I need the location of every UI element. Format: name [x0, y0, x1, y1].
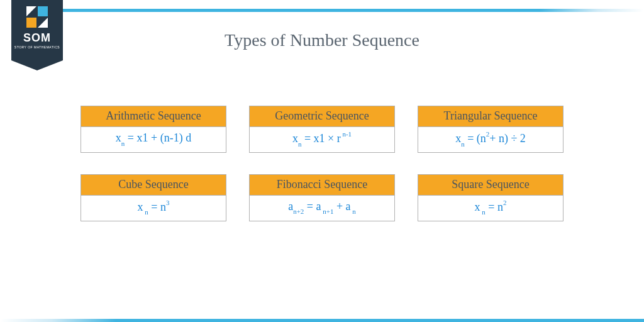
card-formula: an+2 = a n+1 + a n [250, 196, 394, 220]
page-title: Types of Number Sequence [0, 30, 644, 50]
card-formula: x n = n3 [81, 196, 226, 221]
card-title: Geometric Sequence [250, 106, 394, 127]
card-title: Square Sequence [418, 175, 563, 196]
logo-mark-icon [26, 6, 48, 28]
top-accent-bar [63, 9, 644, 12]
card-cube: Cube Sequence x n = n3 [80, 174, 226, 221]
card-title: Fibonacci Sequence [250, 175, 394, 196]
card-geometric: Geometric Sequence xn = x1 × r n-1 [249, 106, 395, 153]
card-title: Arithmetic Sequence [81, 106, 226, 127]
card-formula: xn = x1 × r n-1 [250, 127, 394, 152]
card-formula: xn = x1 + (n-1) d [81, 127, 226, 152]
bottom-accent-bar [0, 319, 644, 322]
card-formula: x n = n2 [418, 196, 563, 221]
card-formula: xn = (n2+ n) ÷ 2 [418, 127, 563, 152]
card-title: Triangular Sequence [418, 106, 563, 127]
card-triangular: Triangular Sequence xn = (n2+ n) ÷ 2 [418, 106, 564, 153]
card-title: Cube Sequence [81, 175, 226, 196]
card-arithmetic: Arithmetic Sequence xn = x1 + (n-1) d [80, 106, 226, 153]
sequence-grid: Arithmetic Sequence xn = x1 + (n-1) d Ge… [80, 106, 564, 221]
card-fibonacci: Fibonacci Sequence an+2 = a n+1 + a n [249, 174, 395, 221]
card-square: Square Sequence x n = n2 [418, 174, 564, 221]
